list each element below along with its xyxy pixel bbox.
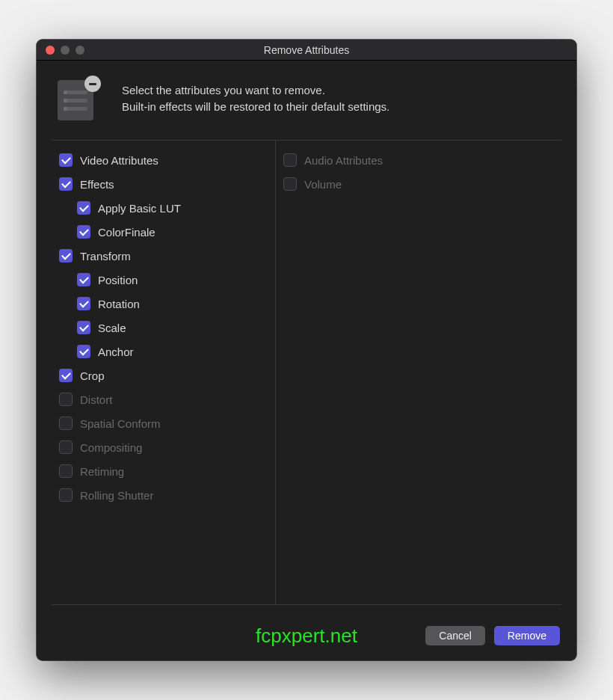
checkbox-position[interactable] bbox=[77, 273, 90, 286]
row-anchor: Anchor bbox=[59, 340, 271, 363]
label-volume: Volume bbox=[304, 178, 342, 191]
label-colorfinale: ColorFinale bbox=[98, 226, 155, 239]
row-colorfinale: ColorFinale bbox=[59, 220, 271, 244]
row-volume: Volume bbox=[283, 172, 557, 196]
checkbox-crop[interactable] bbox=[59, 369, 73, 382]
checkbox-rolling-shutter bbox=[59, 488, 73, 502]
description-line-1: Select the attributes you want to remove… bbox=[122, 82, 389, 99]
remove-attributes-dialog: Remove Attributes Select the attributes … bbox=[37, 40, 576, 660]
titlebar: Remove Attributes bbox=[37, 40, 576, 61]
row-effects: Effects bbox=[59, 172, 271, 196]
label-anchor: Anchor bbox=[98, 346, 134, 358]
row-retiming: Retiming bbox=[59, 459, 271, 483]
label-video-attributes: Video Attributes bbox=[80, 154, 158, 167]
dialog-header: Select the attributes you want to remove… bbox=[37, 61, 576, 140]
label-effects: Effects bbox=[80, 178, 114, 191]
row-position: Position bbox=[59, 268, 271, 292]
minus-badge-icon bbox=[84, 76, 101, 92]
close-icon[interactable] bbox=[46, 46, 55, 55]
checkbox-effects[interactable] bbox=[59, 177, 73, 191]
cancel-button[interactable]: Cancel bbox=[425, 626, 485, 645]
label-audio-attributes: Audio Attributes bbox=[304, 154, 383, 167]
attributes-panel: Video AttributesEffectsApply Basic LUTCo… bbox=[52, 140, 561, 605]
label-transform: Transform bbox=[80, 250, 131, 262]
row-transform: Transform bbox=[59, 244, 271, 268]
zoom-icon bbox=[76, 46, 84, 55]
row-spatial-conform: Spatial Conform bbox=[59, 411, 271, 435]
label-rotation: Rotation bbox=[98, 298, 140, 310]
audio-attributes-column: Audio AttributesVolume bbox=[276, 141, 561, 604]
label-compositing: Compositing bbox=[80, 441, 142, 454]
row-audio-attributes: Audio Attributes bbox=[283, 148, 557, 172]
row-compositing: Compositing bbox=[59, 435, 271, 459]
row-rolling-shutter: Rolling Shutter bbox=[59, 483, 271, 507]
row-video-attributes: Video Attributes bbox=[59, 148, 271, 172]
checkbox-anchor[interactable] bbox=[77, 345, 90, 358]
checkbox-compositing bbox=[59, 440, 73, 454]
checkbox-volume bbox=[283, 177, 297, 191]
row-scale: Scale bbox=[59, 316, 271, 340]
window-controls bbox=[37, 46, 84, 55]
checkbox-scale[interactable] bbox=[77, 321, 90, 334]
dialog-description: Select the attributes you want to remove… bbox=[122, 82, 389, 115]
checkbox-audio-attributes bbox=[283, 153, 297, 167]
label-spatial-conform: Spatial Conform bbox=[80, 417, 161, 430]
checkbox-transform[interactable] bbox=[59, 249, 73, 262]
row-distort: Distort bbox=[59, 387, 271, 411]
window-title: Remove Attributes bbox=[37, 44, 576, 56]
checkbox-video-attributes[interactable] bbox=[59, 153, 73, 167]
label-apply-basic-lut: Apply Basic LUT bbox=[98, 202, 181, 215]
label-position: Position bbox=[98, 274, 138, 286]
checkbox-apply-basic-lut[interactable] bbox=[77, 201, 90, 215]
checkbox-colorfinale[interactable] bbox=[77, 225, 90, 239]
row-crop: Crop bbox=[59, 363, 271, 387]
label-scale: Scale bbox=[98, 322, 126, 334]
description-line-2: Built-in effects will be restored to the… bbox=[122, 99, 389, 115]
checkbox-retiming bbox=[59, 464, 73, 478]
label-rolling-shutter: Rolling Shutter bbox=[80, 489, 153, 502]
checkbox-rotation[interactable] bbox=[77, 297, 90, 310]
row-rotation: Rotation bbox=[59, 292, 271, 316]
minimize-icon bbox=[61, 46, 70, 55]
label-crop: Crop bbox=[80, 369, 105, 382]
checkbox-distort bbox=[59, 393, 73, 406]
video-attributes-column: Video AttributesEffectsApply Basic LUTCo… bbox=[52, 141, 276, 604]
label-distort: Distort bbox=[80, 393, 112, 406]
remove-button[interactable]: Remove bbox=[494, 626, 560, 645]
label-retiming: Retiming bbox=[80, 465, 124, 478]
checkbox-spatial-conform bbox=[59, 417, 73, 430]
row-apply-basic-lut: Apply Basic LUT bbox=[59, 196, 271, 220]
attributes-list-icon bbox=[58, 77, 101, 120]
dialog-footer: fcpxpert.net Cancel Remove bbox=[37, 618, 576, 660]
